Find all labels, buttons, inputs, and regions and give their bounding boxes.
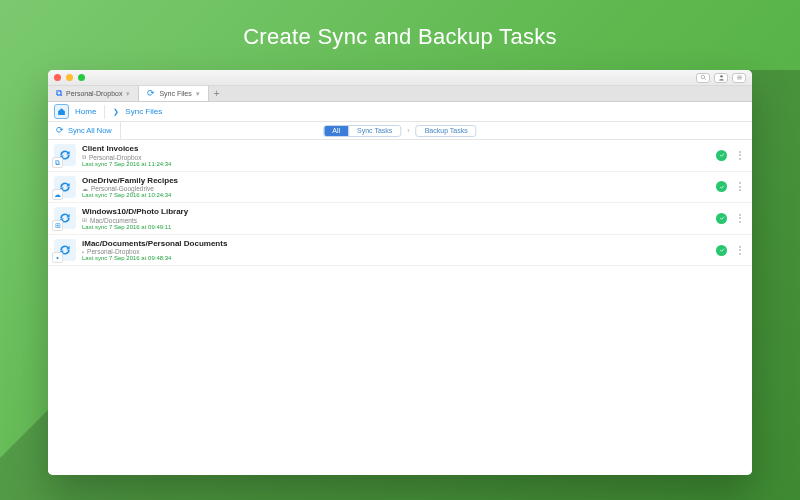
svg-point-0	[701, 75, 705, 79]
status-ok-icon	[716, 150, 727, 161]
sync-icon: ⟳	[147, 89, 155, 98]
task-list: ⧉ Client Invoices ⧉ Personal-Dropbox Las…	[48, 140, 752, 475]
separator	[104, 105, 105, 119]
toolbar-menu-button[interactable]	[732, 73, 746, 83]
service-badge: ⧉	[52, 157, 63, 168]
tab-personal-dropbox[interactable]: ⧉ Personal-Dropbox ▾	[48, 86, 139, 101]
task-text: Windows10/D/Photo Library ⊞ Mac/Document…	[82, 207, 710, 230]
toolbar: Home ❯ Sync Files	[48, 102, 752, 122]
task-timestamp: Last sync 7 Sep 2016 at 09:48:34	[82, 255, 710, 261]
sync-all-button[interactable]: ⟳ Sync All Now	[48, 122, 121, 139]
svg-rect-5	[737, 79, 742, 80]
task-icon: •	[54, 239, 76, 261]
dropbox-icon: ⧉	[56, 89, 62, 98]
task-title: Client Invoices	[82, 144, 710, 154]
close-button[interactable]	[54, 74, 61, 81]
search-icon	[700, 74, 707, 81]
tab-dropdown-icon: ▾	[126, 90, 130, 98]
tab-add-button[interactable]: +	[209, 86, 225, 101]
svg-rect-4	[737, 77, 742, 78]
toolbar-user-button[interactable]	[714, 73, 728, 83]
tab-label: Personal-Dropbox	[66, 90, 122, 97]
task-more-button[interactable]	[739, 151, 742, 160]
breadcrumb[interactable]: Sync Files	[125, 107, 162, 116]
sync-all-label: Sync All Now	[68, 126, 112, 135]
app-window: ⧉ Personal-Dropbox ▾ ⟳ Sync Files ▾ + Ho…	[48, 70, 752, 475]
filter-segment: All Sync Tasks	[323, 125, 401, 137]
tab-dropdown-icon: ▾	[196, 90, 200, 98]
task-title: OneDrive/Family Recipes	[82, 176, 710, 186]
tab-strip: ⧉ Personal-Dropbox ▾ ⟳ Sync Files ▾ +	[48, 86, 752, 102]
task-row[interactable]: ⧉ Client Invoices ⧉ Personal-Dropbox Las…	[48, 140, 752, 172]
task-icon: ⊞	[54, 207, 76, 229]
task-row[interactable]: ☁ OneDrive/Family Recipes ☁ Personal-Goo…	[48, 172, 752, 204]
svg-rect-3	[737, 76, 742, 77]
task-subtitle: ⊞ Mac/Documents	[82, 217, 710, 224]
task-text: OneDrive/Family Recipes ☁ Personal-Googl…	[82, 176, 710, 199]
task-subtitle: • Personal-Dropbox	[82, 248, 710, 255]
task-text: iMac/Documents/Personal Documents • Pers…	[82, 239, 710, 262]
home-label: Home	[75, 107, 96, 116]
traffic-lights	[54, 74, 85, 81]
task-timestamp: Last sync 7 Sep 2016 at 10:24:34	[82, 192, 710, 198]
task-icon: ☁	[54, 176, 76, 198]
home-icon	[57, 107, 66, 116]
service-badge: ⊞	[52, 220, 63, 231]
zoom-button[interactable]	[78, 74, 85, 81]
task-row[interactable]: ⊞ Windows10/D/Photo Library ⊞ Mac/Docume…	[48, 203, 752, 235]
filter-all[interactable]: All	[324, 126, 348, 136]
status-ok-icon	[716, 213, 727, 224]
tab-sync-files[interactable]: ⟳ Sync Files ▾	[139, 86, 208, 101]
task-timestamp: Last sync 7 Sep 2016 at 11:24:34	[82, 161, 710, 167]
tab-label: Sync Files	[159, 90, 191, 97]
task-row[interactable]: • iMac/Documents/Personal Documents • Pe…	[48, 235, 752, 267]
minimize-button[interactable]	[66, 74, 73, 81]
task-more-button[interactable]	[739, 182, 742, 191]
menu-icon	[736, 74, 743, 81]
status-ok-icon	[716, 181, 727, 192]
task-title: iMac/Documents/Personal Documents	[82, 239, 710, 249]
chevron-right-icon: ›	[407, 127, 409, 134]
titlebar	[48, 70, 752, 86]
svg-point-2	[720, 75, 722, 77]
chevron-right-icon: ❯	[113, 108, 119, 116]
service-badge: ☁	[52, 189, 63, 200]
task-subtitle: ☁ Personal-Googledrive	[82, 185, 710, 192]
filter-bar: ⟳ Sync All Now All Sync Tasks › Backup T…	[48, 122, 752, 140]
task-title: Windows10/D/Photo Library	[82, 207, 710, 217]
toolbar-search-button[interactable]	[696, 73, 710, 83]
filter-segment: Backup Tasks	[416, 125, 477, 137]
promo-headline: Create Sync and Backup Tasks	[0, 24, 800, 50]
service-badge: •	[52, 252, 63, 263]
user-icon	[718, 74, 725, 81]
task-timestamp: Last sync 7 Sep 2016 at 09:49:11	[82, 224, 710, 230]
status-ok-icon	[716, 245, 727, 256]
sync-icon: ⟳	[56, 126, 64, 135]
task-icon: ⧉	[54, 144, 76, 166]
filter-backup-tasks[interactable]: Backup Tasks	[417, 126, 476, 136]
home-button[interactable]	[54, 104, 69, 119]
task-text: Client Invoices ⧉ Personal-Dropbox Last …	[82, 144, 710, 167]
svg-line-1	[704, 78, 705, 79]
task-subtitle: ⧉ Personal-Dropbox	[82, 154, 710, 161]
task-more-button[interactable]	[739, 214, 742, 223]
filter-sync-tasks[interactable]: Sync Tasks	[348, 126, 400, 136]
task-more-button[interactable]	[739, 246, 742, 255]
